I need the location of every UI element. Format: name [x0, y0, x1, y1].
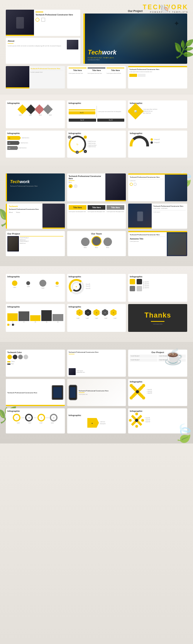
slide-our-team: Our Team Name Name Name — [67, 231, 126, 256]
main-hero-slide-container: Our Project Techwork POWERPOINT — [83, 10, 188, 64]
hero-logo-work: work — [102, 49, 116, 56]
slide-constr-label: Techwork Professional Constructor Here — [129, 68, 186, 70]
slide-title-label-1: Techwork Professional Constructor Here — [30, 68, 64, 70]
constr-img-title: Techwork Professional Constructor Here — [153, 205, 186, 207]
slide-title-1: Techwork Professional Constructor Here L… — [6, 66, 65, 88]
inf-title-3: Infographic — [130, 102, 186, 104]
awesome-label: Techwork Professional Constructor Here — [130, 234, 165, 236]
title-btn-2: Title Here — [88, 205, 105, 210]
slide-techwork-color: Techwork Color Yellow — [6, 350, 65, 377]
our-team-label: Our Team — [69, 233, 125, 235]
slides-section-2: 🌿 🍃 Techwork Techwork Professional Const… — [0, 166, 193, 266]
tablet-constr-title: Techwork Professional Constructor Here — [7, 392, 50, 394]
infographic-slide-circles: Infographic ↻ 1 2 3 4 — [67, 131, 126, 158]
infographic-slide-diamonds: Infographic Label Label Label Label — [6, 100, 65, 128]
constr-yellow-title: Techwork Professional Constructor Here — [130, 176, 163, 178]
circle-proc-title: Infographic — [130, 410, 186, 412]
slides-row-bottom-2: Techwork Professional Constructor Here — [6, 379, 187, 406]
coffee-decoration: ☕ — [164, 348, 183, 366]
slide-about-hero: About Lorem ipsum dolor sit amet consect… — [6, 38, 80, 64]
inf-slide-ring: Infographic ● • Item 01 • Item 02 • Item… — [67, 274, 126, 302]
inf-title-4: Infographic — [7, 132, 63, 134]
inf-c3-title: Infographic — [130, 275, 186, 278]
main-hero-slide: Techwork POWERPOINT TEMPLATE Constructor… — [83, 14, 188, 64]
phone-constr-title: Techwork Professional Constructor Here — [79, 390, 125, 392]
plant-deco-bottom-right: 🍃 — [173, 423, 193, 443]
thanks-text: Thanks — [144, 311, 171, 319]
slides-row-bottom-3: Infographic 1 2 3 4 Label Label Label — [6, 408, 187, 433]
slide-thanks: Thanks Lorem ipsum dolor — [128, 304, 187, 332]
dark-slide-tech: Tech — [10, 179, 20, 184]
our-project-mid-label: Our Project — [7, 233, 63, 235]
title-btn-3: Title Here — [107, 205, 124, 210]
slide-triangle-inf: Infographic ▲ Label textdescription — [67, 408, 126, 433]
shell-decoration: 🐚 — [159, 4, 170, 14]
section-bottom: ☕ 🌿 Techwork Color — [0, 342, 193, 443]
plant-decoration-right: 🌿 — [173, 39, 193, 59]
dark-slide-constructor: Techwork Professional Constructor Here — [10, 185, 63, 187]
slides-row-mid-1: Techwork Techwork Professional Construct… — [6, 173, 187, 201]
inf-bottom-title: Infographic — [130, 381, 186, 383]
inf-d1-title: Infographic — [7, 306, 63, 308]
dark-slide-work: work — [20, 179, 30, 184]
about-vision-constructor: Techwork Professional Constructor Here — [9, 208, 41, 210]
infographics-section-2: Infographic Label Label Label — [0, 266, 193, 342]
slide-title-here-row: Title Here Title Here Title Here Lorem i… — [67, 204, 126, 229]
slide-constructor-hero: Techwork Professional Constructor Here — [6, 10, 80, 36]
slide-infographic-x: Infographic — [128, 379, 187, 406]
slides-row-mid-2: Techwork Techwork Professional Construct… — [6, 204, 187, 229]
title-here-2: Title Here — [88, 69, 105, 71]
infographic-slide-arrows: Infographic 01 Label text item 02 Label … — [6, 131, 65, 158]
slide-phone-mock: Techwork Professional Constructor Here L… — [67, 379, 126, 406]
infographic-slide-chart: Infographic 📊 Lorem ipsum desc text here… — [128, 100, 187, 128]
slide-ring-chain: Infographic 1 2 3 4 Label Label Label — [6, 408, 65, 433]
infographic-slide-donut: Infographic Category A — [128, 131, 187, 158]
infographics-section-1: Infographic Label Label Label Label — [0, 95, 193, 166]
inf-slide-bubble: Infographic Label Label Label — [6, 274, 65, 302]
infographic-row-d: Infographic 01 02 03 — [6, 304, 187, 332]
inf-slide-hexagon: Infographic 1 2 3 4 5 — [67, 304, 126, 332]
triangle-inf-title: Infographic — [69, 414, 125, 416]
slide-constr-photo2: Techwork Professional Constructor Here L… — [67, 350, 126, 377]
slide-constructor-text: Techwork Professional Constructor Here L… — [128, 66, 187, 88]
slide-constructor-text: Techwork Professional Constructor Here — [36, 14, 78, 16]
about-label-av: About — [9, 211, 13, 213]
title-here-3: Title Here — [107, 69, 124, 71]
hero-constructor: Constructor Here — [88, 59, 114, 61]
infographic-row-b: Infographic 01 Label text item 02 Label … — [6, 131, 187, 158]
constr-photo-title: Techwork Professional Constructor Here — [69, 175, 104, 180]
title-here-1: Title Here — [69, 69, 86, 71]
inf-title-6: Infographic — [130, 132, 186, 134]
ring-chain-title: Infographic — [7, 410, 63, 412]
inf-slide-puzzle: Infographic ▶ Label 01 ▶ Label 02 ▶ — [128, 274, 187, 302]
slide-title-row: Title Here Title Here Title Here Lorem i… — [67, 66, 126, 88]
slide-our-project-mid: Our Project YOUR PROJECTdetails here YOU… — [6, 231, 65, 256]
inf-title-5: Infographic — [69, 132, 125, 134]
inf-c1-title: Infographic — [7, 275, 63, 278]
inf-c2-title: Infographic — [69, 275, 125, 278]
hero-logo-tech: Tech — [88, 49, 102, 56]
hero-section: 🐚 TECHWORK POWERPOINT TEMPLATE — [0, 0, 193, 95]
constr-photo2-title: Techwork Professional Constructor Here — [69, 351, 125, 353]
inf-title-2: Infographic — [69, 102, 125, 104]
thanks-subtext: Lorem ipsum dolor — [153, 323, 163, 325]
infographic-row-a: Infographic Label Label Label Label — [6, 100, 187, 128]
techwork-color-label: Techwork Color — [7, 351, 63, 353]
title-slides-row: Techwork Professional Constructor Here L… — [6, 66, 187, 88]
about-label-2: About — [69, 182, 104, 183]
title-btn-1: Title Here — [69, 205, 86, 210]
slide-techwork-dark: Techwork Techwork Professional Construct… — [6, 173, 65, 201]
infographic-row-c: Infographic Label Label Label — [6, 274, 187, 302]
slides-row-mid-3: Our Project YOUR PROJECTdetails here YOU… — [6, 231, 187, 256]
slides-row-bottom-1: Techwork Color Yellow — [6, 350, 187, 377]
slide-constructor-photo: Techwork Professional Constructor Here A… — [67, 173, 126, 201]
inf-title-1: Infographic — [7, 102, 63, 104]
slide-awesome-title: Techwork Professional Constructor Here A… — [128, 231, 187, 256]
slide-tablet-mock: Techwork Professional Constructor Here — [6, 379, 65, 406]
about-vision-tech: Techwork — [9, 205, 18, 207]
infographic-slide-boxes: Infographic Box 01 Lorem ipsum text cont… — [67, 100, 126, 128]
slide-constructor-yellow: Techwork Professional Constructor Here L… — [128, 173, 187, 201]
slide-about-vision: Techwork Techwork Professional Construct… — [6, 204, 65, 229]
page-wrapper: 🐚 TECHWORK POWERPOINT TEMPLATE — [0, 0, 193, 644]
slide-constructor-img: Techwork Professional Constructor Here S… — [128, 204, 187, 229]
